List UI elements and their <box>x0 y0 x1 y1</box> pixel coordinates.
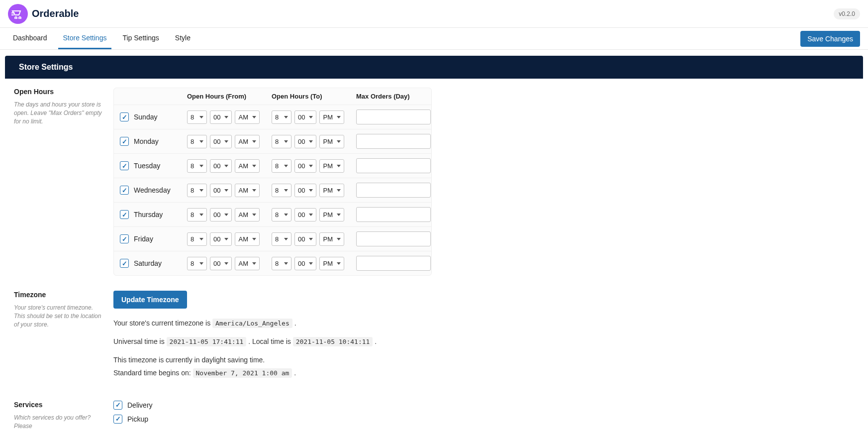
to-period-select[interactable]: PM <box>319 257 344 270</box>
to-hour-select[interactable]: 8 <box>272 232 291 246</box>
to-hour-select[interactable]: 8 <box>272 159 291 173</box>
to-minute-select[interactable]: 00 <box>294 232 316 246</box>
service-checkbox[interactable] <box>113 415 122 424</box>
service-option: Pickup <box>113 415 432 424</box>
chevron-down-icon <box>199 140 203 143</box>
chevron-down-icon <box>284 140 288 143</box>
tab-dashboard[interactable]: Dashboard <box>8 28 52 49</box>
to-minute-select[interactable]: 00 <box>294 135 316 148</box>
service-option: Delivery <box>113 401 432 410</box>
from-period-select[interactable]: AM <box>235 257 260 270</box>
from-minute-select[interactable]: 00 <box>210 257 232 270</box>
from-hour-select[interactable]: 8 <box>187 232 207 246</box>
to-hour-select[interactable]: 8 <box>272 257 291 270</box>
chevron-down-icon <box>309 116 313 118</box>
to-period-select[interactable]: PM <box>319 110 344 124</box>
std-time: November 7, 2021 1:00 am <box>193 368 292 378</box>
to-period-select[interactable]: PM <box>319 184 344 197</box>
chevron-down-icon <box>284 116 288 118</box>
from-hour-select[interactable]: 8 <box>187 110 207 124</box>
max-orders-input[interactable] <box>356 207 431 222</box>
to-hour-select[interactable]: 8 <box>272 208 291 221</box>
from-hour-select[interactable]: 8 <box>187 135 207 148</box>
chevron-down-icon <box>309 262 313 265</box>
update-timezone-button[interactable]: Update Timezone <box>113 291 187 309</box>
section-open-hours: Open Hours The days and hours your store… <box>14 88 854 276</box>
from-minute-select[interactable]: 00 <box>210 232 232 246</box>
timezone-value: America/Los_Angeles <box>212 319 292 328</box>
from-period-select[interactable]: AM <box>235 184 260 197</box>
chevron-down-icon <box>337 189 341 192</box>
from-minute-select[interactable]: 00 <box>210 110 232 124</box>
page-title: Store Settings <box>5 56 863 79</box>
from-minute-select[interactable]: 00 <box>210 208 232 221</box>
chevron-down-icon <box>224 165 228 167</box>
table-row: Saturday800AM800PM <box>114 251 431 275</box>
to-hour-select[interactable]: 8 <box>272 110 291 124</box>
service-label: Pickup <box>127 415 148 423</box>
to-period-select[interactable]: PM <box>319 135 344 148</box>
day-checkbox[interactable] <box>120 210 129 219</box>
timezone-times-line: Universal time is 2021-11-05 17:41:11 . … <box>113 336 561 347</box>
day-checkbox[interactable] <box>120 161 129 170</box>
table-row: Thursday800AM800PM <box>114 203 431 227</box>
services-title: Services <box>14 401 103 409</box>
from-period-select[interactable]: AM <box>235 159 260 173</box>
chevron-down-icon <box>309 238 313 240</box>
service-checkbox[interactable] <box>113 401 122 410</box>
day-checkbox[interactable] <box>120 137 129 146</box>
save-changes-button[interactable]: Save Changes <box>800 31 860 47</box>
max-orders-input[interactable] <box>356 183 431 198</box>
from-hour-select[interactable]: 8 <box>187 184 207 197</box>
from-minute-select[interactable]: 00 <box>210 159 232 173</box>
to-minute-select[interactable]: 00 <box>294 184 316 197</box>
max-orders-input[interactable] <box>356 231 431 246</box>
to-minute-select[interactable]: 00 <box>294 110 316 124</box>
chevron-down-icon <box>337 238 341 240</box>
timezone-current-line: Your store's current timezone is America… <box>113 318 561 329</box>
to-minute-select[interactable]: 00 <box>294 159 316 173</box>
service-label: Delivery <box>127 401 153 409</box>
max-orders-input[interactable] <box>356 134 431 149</box>
from-minute-select[interactable]: 00 <box>210 135 232 148</box>
max-orders-input[interactable] <box>356 158 431 173</box>
chevron-down-icon <box>224 189 228 192</box>
chevron-down-icon <box>252 238 256 240</box>
day-checkbox[interactable] <box>120 234 129 243</box>
to-minute-select[interactable]: 00 <box>294 208 316 221</box>
day-label: Saturday <box>134 259 162 267</box>
to-period-select[interactable]: PM <box>319 159 344 173</box>
to-hour-select[interactable]: 8 <box>272 184 291 197</box>
chevron-down-icon <box>252 189 256 192</box>
from-minute-select[interactable]: 00 <box>210 184 232 197</box>
to-period-select[interactable]: PM <box>319 232 344 246</box>
chevron-down-icon <box>224 140 228 143</box>
logo: Orderable <box>8 4 79 24</box>
day-checkbox[interactable] <box>120 259 129 268</box>
day-label: Thursday <box>134 211 163 219</box>
to-period-select[interactable]: PM <box>319 208 344 221</box>
from-period-select[interactable]: AM <box>235 135 260 148</box>
from-hour-select[interactable]: 8 <box>187 159 207 173</box>
from-period-select[interactable]: AM <box>235 232 260 246</box>
to-hour-select[interactable]: 8 <box>272 135 291 148</box>
utc-time: 2021-11-05 17:41:11 <box>167 337 247 346</box>
chevron-down-icon <box>224 262 228 265</box>
day-checkbox[interactable] <box>120 186 129 195</box>
tab-store-settings[interactable]: Store Settings <box>58 28 112 49</box>
table-row: Tuesday800AM800PM <box>114 154 431 178</box>
from-period-select[interactable]: AM <box>235 208 260 221</box>
from-hour-select[interactable]: 8 <box>187 208 207 221</box>
table-row: Monday800AM800PM <box>114 129 431 154</box>
services-desc: Which services do you offer? Please <box>14 414 103 431</box>
open-hours-title: Open Hours <box>14 88 103 96</box>
tab-tip-settings[interactable]: Tip Settings <box>117 28 164 49</box>
day-checkbox[interactable] <box>120 112 129 121</box>
max-orders-input[interactable] <box>356 256 431 271</box>
from-hour-select[interactable]: 8 <box>187 257 207 270</box>
max-orders-input[interactable] <box>356 110 431 124</box>
from-period-select[interactable]: AM <box>235 110 260 124</box>
chevron-down-icon <box>224 238 228 240</box>
to-minute-select[interactable]: 00 <box>294 257 316 270</box>
tab-style[interactable]: Style <box>170 28 195 49</box>
